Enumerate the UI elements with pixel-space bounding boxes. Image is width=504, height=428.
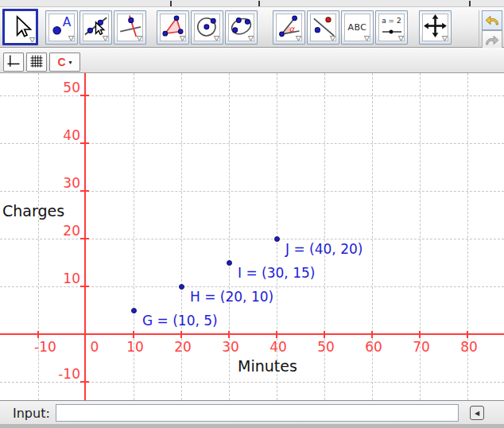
left-triangle-icon: ◀ xyxy=(475,410,479,417)
x-axis-tick xyxy=(467,331,468,338)
algebra-input-field[interactable] xyxy=(56,404,459,422)
tool-dropdown-icon[interactable]: ▽ xyxy=(296,35,301,41)
x-axis-tick xyxy=(37,331,39,338)
y-axis xyxy=(84,73,86,400)
toggle-axes-button[interactable] xyxy=(3,53,24,72)
y-axis-tick xyxy=(80,238,89,239)
y-axis-tick-label: 50 xyxy=(37,80,80,95)
menu-separator-mark xyxy=(170,1,172,6)
x-axis-tick-label: 50 xyxy=(317,340,335,354)
graphics-view[interactable]: -10010203040506070805040302010-10Charges… xyxy=(0,73,504,400)
tool-dropdown-icon[interactable]: ▽ xyxy=(442,35,448,41)
grid-line-horizontal xyxy=(0,191,504,192)
slider-tool-button[interactable]: a = 2 ▽ xyxy=(375,10,408,45)
redo-arrow-icon xyxy=(484,31,500,49)
input-label: Input: xyxy=(13,406,50,421)
collapse-input-button[interactable]: ◀ xyxy=(470,406,484,420)
graphics-stylebar: C ▾ xyxy=(0,48,504,73)
tool-dropdown-icon[interactable]: ▽ xyxy=(398,35,404,41)
grid-line-horizontal xyxy=(0,239,504,239)
undo-button[interactable] xyxy=(482,10,502,30)
grid-icon xyxy=(29,53,45,72)
grid-line-horizontal xyxy=(0,286,504,287)
svg-text:A: A xyxy=(63,15,72,29)
undo-arrow-icon xyxy=(484,11,500,29)
point-tool-button[interactable]: A ▽ xyxy=(45,10,78,45)
x-axis-tick xyxy=(133,331,134,338)
tool-dropdown-icon[interactable]: ▽ xyxy=(214,35,219,41)
angle-tool-button[interactable]: α ▽ xyxy=(273,10,305,45)
x-axis-tick-label: 30 xyxy=(222,340,239,354)
special-line-tool-button[interactable]: ▽ xyxy=(114,10,146,45)
toggle-grid-button[interactable] xyxy=(26,53,47,72)
grid-line-horizontal xyxy=(0,143,504,144)
point-capture-magnet-icon: C xyxy=(57,56,65,68)
point-capturing-button[interactable]: C ▾ xyxy=(49,53,80,72)
x-axis-tick-label: 80 xyxy=(460,340,478,354)
point-label-I: I = (30, 15) xyxy=(238,266,315,281)
x-axis-tick-label: -10 xyxy=(34,340,56,354)
grid-line-horizontal xyxy=(0,95,504,96)
move-graphics-tool-button[interactable]: ▽ xyxy=(419,10,452,45)
point-label-G: G = (10, 5) xyxy=(142,313,218,329)
text-abc-icon: ABC xyxy=(347,22,366,33)
y-axis-tick xyxy=(80,381,89,383)
slider-icon-label: a = 2 xyxy=(382,17,401,25)
angle-badge: α xyxy=(289,24,296,33)
history-buttons xyxy=(482,10,503,50)
chevron-down-icon: ▾ xyxy=(69,59,72,66)
x-axis-tick xyxy=(180,331,182,338)
tool-dropdown-icon[interactable]: ▽ xyxy=(29,37,35,42)
polygon-tool-button[interactable]: ▽ xyxy=(157,10,189,45)
x-axis-tick-label: 40 xyxy=(269,340,287,354)
tool-dropdown-icon[interactable]: ▽ xyxy=(364,35,370,41)
tool-dropdown-icon[interactable]: ▽ xyxy=(330,35,335,41)
tool-dropdown-icon[interactable]: ▽ xyxy=(68,35,74,41)
x-axis-tick xyxy=(371,331,373,338)
text-tool-button[interactable]: ABC ▽ xyxy=(341,10,374,45)
tool-dropdown-icon[interactable]: ▽ xyxy=(137,35,142,41)
x-axis-tick-label: 60 xyxy=(365,340,382,354)
tool-dropdown-icon[interactable]: ▽ xyxy=(248,35,254,41)
input-bar: Input: ◀ xyxy=(0,400,504,424)
y-axis-tick-label: 10 xyxy=(37,271,80,286)
point-J[interactable] xyxy=(274,236,280,242)
y-axis-tick-label: 40 xyxy=(37,128,80,142)
y-axis-tick-label: 20 xyxy=(37,224,80,238)
x-axis-tick xyxy=(276,331,277,338)
tool-dropdown-icon[interactable]: ▽ xyxy=(180,35,185,41)
point-I[interactable] xyxy=(227,260,232,266)
y-axis-tick-label: 30 xyxy=(37,176,80,190)
transform-tool-button[interactable]: ▽ xyxy=(307,10,339,45)
axes-icon xyxy=(6,53,21,72)
x-axis-tick-label: 70 xyxy=(413,340,430,354)
point-label-J: J = (40, 20) xyxy=(285,242,362,257)
x-axis-tick-label: 10 xyxy=(126,340,144,354)
menu-separator-mark xyxy=(258,1,260,6)
point-H[interactable] xyxy=(179,284,184,290)
x-axis-tick-label: 0 xyxy=(91,340,99,354)
toolbar: ▽ A ▽ xyxy=(0,6,504,48)
circle-tool-button[interactable]: ▽ xyxy=(191,10,223,45)
y-axis-tick xyxy=(80,142,89,144)
y-axis-tick xyxy=(80,95,89,96)
point-G[interactable] xyxy=(131,308,137,313)
menu-separator-mark xyxy=(469,1,471,6)
y-axis-tick xyxy=(80,190,89,192)
x-axis xyxy=(0,333,504,335)
tool-dropdown-icon[interactable]: ▽ xyxy=(103,35,108,41)
point-label-H: H = (20, 10) xyxy=(190,290,273,305)
y-axis-tick-label: -10 xyxy=(37,367,80,381)
grid-line-horizontal xyxy=(0,382,504,383)
y-axis-name: Charges xyxy=(2,203,64,220)
move-tool-button[interactable]: ▽ xyxy=(2,9,38,45)
x-axis-name: Minutes xyxy=(238,358,297,375)
window-bottom-edge xyxy=(0,424,504,428)
x-axis-tick xyxy=(419,331,421,338)
menu-strip xyxy=(0,0,504,6)
geogebra-window: ▽ A ▽ xyxy=(0,0,504,428)
x-axis-tick xyxy=(324,331,325,338)
line-tool-button[interactable]: ▽ xyxy=(79,10,112,45)
conic-tool-button[interactable]: ▽ xyxy=(225,10,258,45)
toolbar-separator xyxy=(479,10,479,49)
